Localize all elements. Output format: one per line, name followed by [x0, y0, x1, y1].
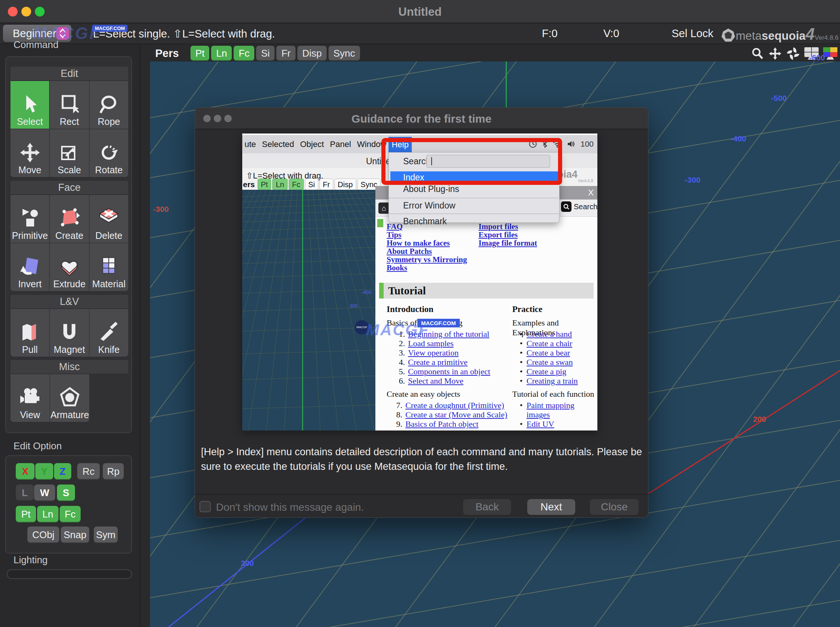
axis-y-toggle[interactable]: Y [35, 463, 53, 480]
shot-help-link: Import files [479, 222, 537, 230]
shot-menu-item: Object [300, 140, 324, 149]
pan-icon[interactable] [768, 47, 782, 61]
shot-mini-viewport: -400 300 [242, 190, 375, 430]
viewport-toggle[interactable]: Si [256, 46, 274, 61]
shot-easy-heading: Create an easy objects [387, 389, 460, 399]
shot-help-link: About Patchs [387, 247, 467, 255]
viewport-toggle[interactable]: Sync [328, 46, 360, 61]
shot-easy-list: 7.Create a doughnut (Primitive)8.Create … [389, 400, 507, 430]
line-toggle[interactable]: Ln [37, 506, 58, 522]
lighting-bar[interactable] [7, 569, 132, 579]
tool-rotate[interactable]: Rotate [90, 129, 128, 177]
tool-scale[interactable]: Scale [50, 129, 88, 177]
world-toggle[interactable]: W [34, 485, 55, 501]
shot-menu-item: Selected [262, 140, 295, 149]
select-cursor-icon [19, 93, 41, 115]
search-icon [561, 202, 572, 212]
command-sidebar: Command Edit Select Rect Rope [0, 44, 140, 627]
shot-help-link: Tips [387, 230, 467, 238]
rotate-view-icon[interactable] [786, 47, 800, 61]
shot-links-right: Import filesExport filesImage file forma… [479, 222, 537, 247]
dont-show-checkbox[interactable] [200, 501, 211, 512]
tool-invert[interactable]: Invert [11, 243, 49, 291]
shot-tutorial-item: 7.Create a doughnut (Primitive) [389, 400, 507, 410]
viewport-toggle[interactable]: Fc [233, 46, 254, 61]
shot-tutorial-item: 8.Create a star (Move and Scale) [389, 410, 507, 419]
point-toggle[interactable]: Pt [16, 506, 36, 522]
shot-tutorial-item: 2.Load samples [392, 339, 490, 348]
viewport-toggles-off: SiFrDispSync [256, 46, 360, 61]
shot-practice-item: Create a swan [520, 358, 595, 367]
viewport-toggle[interactable]: Ln [211, 46, 232, 61]
rotate-icon [98, 141, 120, 164]
axis-x-toggle[interactable]: X [16, 463, 35, 480]
tool-move[interactable]: Move [11, 129, 49, 177]
rp-toggle[interactable]: Rp [103, 463, 124, 480]
menu-separator [389, 198, 560, 198]
shot-help-link: Image file format [479, 238, 537, 247]
tool-knife[interactable]: Knife [90, 309, 128, 357]
tool-extrude[interactable]: Extrude [50, 243, 88, 291]
sym-toggle[interactable]: Sym [94, 526, 118, 543]
axis-z-toggle[interactable]: Z [54, 463, 71, 480]
viewport-toggle[interactable]: Pt [191, 46, 210, 61]
section-header-edit: Edit [11, 67, 128, 80]
face-toggle[interactable]: Fc [60, 506, 80, 522]
shot-func-list: Paint mapping imagesEdit UVBasic of bone… [520, 400, 595, 430]
back-button[interactable]: Back [463, 499, 511, 515]
watermark-chip: MACGF.COM [92, 25, 128, 32]
vertex-count: V:0 [604, 27, 619, 40]
tool-armature[interactable]: Armature [50, 374, 89, 422]
rc-toggle[interactable]: Rc [77, 463, 100, 480]
next-button[interactable]: Next [527, 499, 575, 515]
face-count: F:0 [542, 27, 558, 40]
shot-help-link: Books [387, 263, 467, 271]
tool-view[interactable]: View [11, 374, 49, 422]
misc-tool-grid: View Armature [11, 374, 89, 422]
section-header-misc: Misc [11, 360, 128, 373]
shot-func-item: Edit UV [520, 419, 595, 429]
shot-func-heading: Tutorial of each function [512, 389, 594, 399]
lighting-label: Lighting [14, 554, 47, 566]
tool-create[interactable]: Create [50, 195, 88, 243]
shot-links-left: FAQTipsHow to make facesAbout PatchsSymm… [387, 222, 467, 271]
dialog-divider [195, 494, 649, 495]
axis-label: 200 [753, 415, 766, 424]
axis-label: -500 [771, 94, 787, 103]
cobj-toggle[interactable]: CObj [27, 526, 59, 543]
menu-separator [389, 213, 560, 214]
pull-icon [19, 321, 41, 343]
tool-delete[interactable]: Delete [90, 195, 128, 243]
tool-rope[interactable]: Rope [90, 81, 128, 129]
viewport-toggle[interactable]: Fr [276, 46, 296, 61]
shot-tutorial-item: 4.Create a primitive [392, 358, 490, 367]
knife-icon [98, 321, 120, 343]
close-button[interactable]: Close [590, 499, 638, 515]
zoom-icon[interactable] [751, 47, 764, 60]
window-title: Untitled [0, 5, 840, 19]
tool-primitive[interactable]: Primitive [11, 195, 49, 243]
tool-material[interactable]: Material [90, 243, 128, 291]
shot-practice-item: Create a pig [520, 367, 595, 376]
shot-func-item: Basic of bones [520, 429, 595, 430]
shot-toggle: Disp [334, 178, 356, 190]
tool-magnet[interactable]: Magnet [50, 309, 88, 357]
sel-lock-toggle[interactable]: Sel Lock [671, 27, 713, 40]
guidance-dialog: Guidance for the first time uteSelectedO… [195, 107, 648, 518]
axis-label: 300 [241, 559, 254, 568]
shot-tutorial-item: 10.Create a gourd (Patch object) [389, 429, 507, 430]
projection-mode-label[interactable]: Pers [155, 47, 179, 60]
shot-pers-partial: ers [243, 180, 255, 189]
shot-toggle: Ln [272, 178, 287, 190]
shot-help-link: Export files [479, 230, 537, 238]
magnet-icon [58, 321, 80, 343]
viewport-toggle[interactable]: Disp [297, 46, 327, 61]
tool-pull[interactable]: Pull [11, 309, 49, 357]
shot-practice-list: Create a handCreate a chairCreate a bear… [520, 329, 595, 386]
screen-toggle[interactable]: S [57, 485, 75, 501]
camera-icon [19, 386, 41, 409]
local-toggle[interactable]: L [16, 485, 34, 501]
snap-toggle[interactable]: Snap [61, 526, 89, 543]
tool-select[interactable]: Select [11, 81, 49, 129]
tool-rect[interactable]: Rect [50, 81, 88, 129]
